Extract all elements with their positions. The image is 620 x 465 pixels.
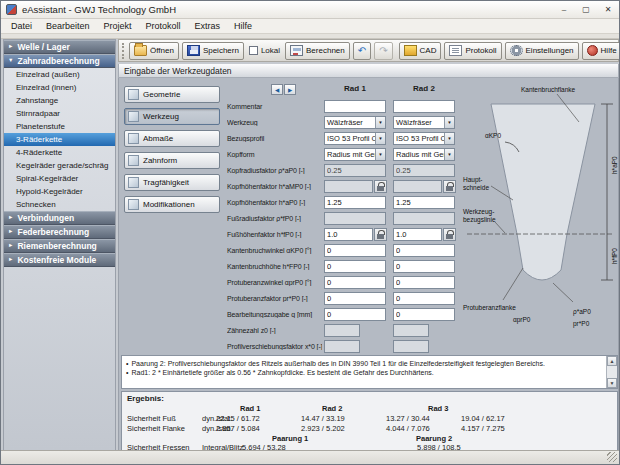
menu-item-projekt[interactable]: Projekt xyxy=(97,20,139,32)
nav-prev-icon[interactable]: ◀ xyxy=(271,84,283,95)
protuberanzfaktor-rad1-input[interactable] xyxy=(324,292,386,305)
dropdown-arrow-icon[interactable]: ▼ xyxy=(444,117,454,128)
sidebar-section-welle-lager[interactable]: ► Welle / Lager xyxy=(4,40,115,54)
sidebar-item-hypoid-kegelraeder[interactable]: Hypoid-Kegelräder xyxy=(4,185,115,198)
minimize-icon[interactable]: – xyxy=(553,1,575,18)
bearbeitungszugabe-rad1-input[interactable] xyxy=(324,308,386,321)
protocol-button[interactable]: Protokoll xyxy=(444,42,501,60)
dropdown-arrow-icon[interactable]: ▼ xyxy=(375,133,385,144)
sidebar-item-spiral-kegelraeder[interactable]: Spiral-Kegelräder xyxy=(4,172,115,185)
zaehnezahl-rad2-input[interactable] xyxy=(393,324,429,337)
sidebar-item-einzelrad-aussen[interactable]: Einzelrad (außen) xyxy=(4,68,115,81)
kopfhoehenfaktor-amp0-rad2-input[interactable] xyxy=(393,180,442,193)
kantenbruchhoehe-rad1-input[interactable] xyxy=(324,260,386,273)
kopfform-rad1-select[interactable]: Radius mit Gerade▼ xyxy=(324,148,386,161)
sidebar-item-4-raederkette[interactable]: 4-Räderkette xyxy=(4,146,115,159)
tab-werkzeug[interactable]: Werkzeug xyxy=(124,108,220,125)
kopfhoehenfaktor-ap0-rad2-input[interactable] xyxy=(393,196,455,209)
protuberanzfaktor-rad2-input[interactable] xyxy=(393,292,455,305)
sidebar-section-zahnradberechnung[interactable]: ▼ Zahnradberechnung xyxy=(4,54,115,68)
results-header-rad2: Rad 2 xyxy=(322,404,342,413)
lock-icon[interactable] xyxy=(443,228,456,241)
menu-item-protokoll[interactable]: Protokoll xyxy=(139,20,188,32)
tab-tragfaehigkeit[interactable]: Tragfähigkeit xyxy=(124,174,220,191)
profilverschiebung-rad1-input[interactable] xyxy=(324,340,360,353)
maximize-icon[interactable]: ▢ xyxy=(575,1,597,18)
open-button[interactable]: Öffnen xyxy=(129,42,179,60)
werkzeug-rad1-select[interactable]: Wälzfräser▼ xyxy=(324,116,386,129)
nav-next-icon[interactable]: ▶ xyxy=(284,84,296,95)
menu-item-datei[interactable]: Datei xyxy=(4,20,39,32)
abmasse-icon xyxy=(128,133,139,144)
menu-item-bearbeiten[interactable]: Bearbeiten xyxy=(39,20,97,32)
bezugsprofil-rad2-select[interactable]: ISO 53 Profil C▼ xyxy=(393,132,455,145)
warning-scrollbar[interactable]: ▲ ▼ xyxy=(606,356,617,388)
kopfhoehenfaktor-amp0-rad1-input[interactable] xyxy=(324,180,373,193)
cad-button[interactable]: CAD xyxy=(399,42,442,60)
sidebar-item-schnecken[interactable]: Schnecken xyxy=(4,198,115,211)
scrollbar-track[interactable] xyxy=(607,366,617,378)
kopfform-rad2-select[interactable]: Radius mit Gerade▼ xyxy=(393,148,455,161)
fusshoehenfaktor-rad1-input[interactable] xyxy=(324,228,373,241)
lock-icon[interactable] xyxy=(443,180,456,193)
resize-grip[interactable] xyxy=(607,452,617,462)
lock-icon[interactable] xyxy=(374,228,387,241)
field-label: Protuberanzwinkel αprP0 [°] xyxy=(227,279,322,286)
fusshoehenfaktor-rad2-input[interactable] xyxy=(393,228,442,241)
kopfradiusfaktor-rad1-input[interactable] xyxy=(324,164,386,177)
sidebar-section-federberechnung[interactable]: ► Federberechnung xyxy=(4,225,115,239)
tab-modifikationen[interactable]: Modifikationen xyxy=(124,196,220,213)
dropdown-arrow-icon[interactable]: ▼ xyxy=(444,133,454,144)
sidebar-item-3-raederkette[interactable]: 3-Räderkette xyxy=(4,133,115,146)
dropdown-arrow-icon[interactable]: ▼ xyxy=(375,149,385,160)
menu-item-extras[interactable]: Extras xyxy=(188,20,228,32)
menu-item-hilfe[interactable]: Hilfe xyxy=(227,20,259,32)
close-icon[interactable]: ✕ xyxy=(597,1,619,18)
warning-panel: • Paarung 2: Profilverschiebungsfaktor d… xyxy=(121,355,618,389)
local-checkbox[interactable] xyxy=(249,46,258,55)
select-value: ISO 53 Profil C xyxy=(325,133,375,144)
kopfhoehenfaktor-ap0-rad1-input[interactable] xyxy=(324,196,386,209)
dropdown-arrow-icon[interactable]: ▼ xyxy=(375,117,385,128)
bearbeitungszugabe-rad2-input[interactable] xyxy=(393,308,455,321)
zaehnezahl-rad1-input[interactable] xyxy=(324,324,360,337)
save-button[interactable]: Speichern xyxy=(182,42,244,60)
dropdown-arrow-icon[interactable]: ▼ xyxy=(444,149,454,160)
kommentar-rad1-input[interactable] xyxy=(324,100,386,113)
protuberanzwinkel-rad2-input[interactable] xyxy=(393,276,455,289)
sidebar-item-stirnradpaar[interactable]: Stirnradpaar xyxy=(4,107,115,120)
lock-icon[interactable] xyxy=(374,180,387,193)
kantenbruchwinkel-rad1-input[interactable] xyxy=(324,244,386,257)
settings-button[interactable]: Einstellungen xyxy=(505,42,579,60)
tab-label: Modifikationen xyxy=(143,200,195,209)
protuberanzwinkel-rad1-input[interactable] xyxy=(324,276,386,289)
tab-abmasse[interactable]: Abmaße xyxy=(124,130,220,147)
undo-button[interactable]: ↶ xyxy=(353,42,371,60)
kommentar-rad2-input[interactable] xyxy=(393,100,455,113)
bezugsprofil-rad1-select[interactable]: ISO 53 Profil C▼ xyxy=(324,132,386,145)
scroll-up-icon[interactable]: ▲ xyxy=(607,356,617,366)
help-button[interactable]: Hilfe xyxy=(582,42,620,60)
kantenbruchhoehe-rad2-input[interactable] xyxy=(393,260,455,273)
sidebar-item-planetenstufe[interactable]: Planetenstufe xyxy=(4,120,115,133)
tab-zahnform[interactable]: Zahnform xyxy=(124,152,220,169)
werkzeug-rad2-select[interactable]: Wälzfräser▼ xyxy=(393,116,455,129)
sidebar-item-zahnstange[interactable]: Zahnstange xyxy=(4,94,115,107)
sidebar-section-riemenberechnung[interactable]: ► Riemenberechnung xyxy=(4,239,115,253)
fussradiusfaktor-rad2-input[interactable] xyxy=(393,212,455,225)
calculate-button[interactable]: Berechnen xyxy=(285,42,350,60)
sidebar-section-verbindungen[interactable]: ► Verbindungen xyxy=(4,211,115,225)
sidebar-section-kostenfreie-module[interactable]: ► Kostenfreie Module xyxy=(4,253,115,267)
fussradiusfaktor-rad1-input[interactable] xyxy=(324,212,386,225)
form-row-kommentar: Kommentar xyxy=(227,100,459,114)
redo-button[interactable]: ↷ xyxy=(374,42,392,60)
kantenbruchwinkel-rad2-input[interactable] xyxy=(393,244,455,257)
toolbar-grip[interactable] xyxy=(122,43,124,59)
sidebar-item-einzelrad-innen[interactable]: Einzelrad (innen) xyxy=(4,81,115,94)
scroll-down-icon[interactable]: ▼ xyxy=(607,378,617,388)
sidebar-item-kegelraeder[interactable]: Kegelräder gerade/schräg xyxy=(4,159,115,172)
form-row-protuberanzfaktor: Protuberanzfaktor pr*P0 [-] xyxy=(227,292,459,306)
kopfradiusfaktor-rad2-input[interactable] xyxy=(393,164,455,177)
tab-geometrie[interactable]: Geometrie xyxy=(124,86,220,103)
profilverschiebung-rad2-input[interactable] xyxy=(393,340,429,353)
